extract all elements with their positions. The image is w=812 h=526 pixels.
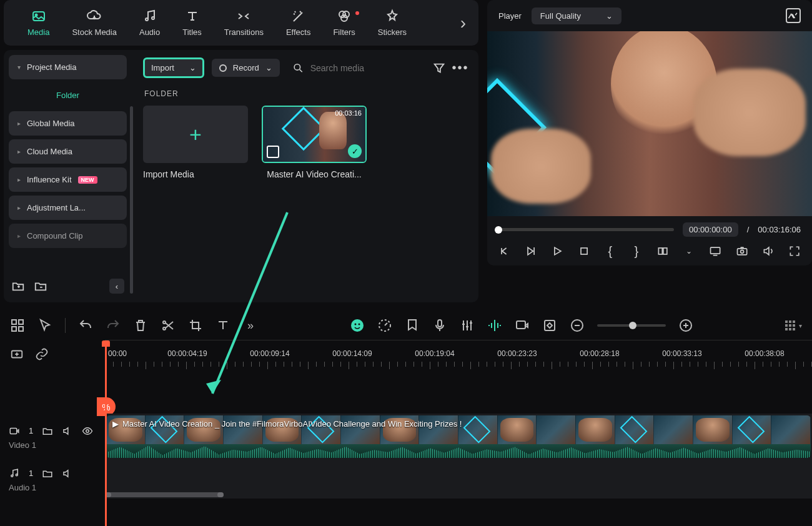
tab-stickers[interactable]: Stickers: [367, 9, 418, 37]
apps-icon[interactable]: [10, 318, 25, 333]
sidebar-item-global-media[interactable]: ▸ Global Media: [9, 111, 127, 136]
progress-slider[interactable]: [498, 228, 674, 231]
sidebar-item-compound-clip[interactable]: ▸ Compound Clip: [9, 224, 127, 248]
sidebar-scrollbar[interactable]: [130, 106, 133, 294]
play-icon[interactable]: [551, 244, 563, 258]
voiceover-icon[interactable]: [432, 318, 447, 333]
stop-icon[interactable]: [578, 244, 590, 258]
chevron-down-icon: ⌄: [189, 63, 196, 72]
tabs-overflow-button[interactable]: ›: [460, 13, 466, 33]
sidebar-item-project-media[interactable]: ▾ Project Media: [9, 55, 127, 79]
record-label: Record: [233, 63, 259, 72]
mark-out-icon[interactable]: }: [630, 244, 643, 258]
tab-transitions[interactable]: Transitions: [213, 9, 275, 37]
volume-icon[interactable]: [762, 244, 775, 258]
mute-icon[interactable]: [62, 425, 73, 437]
redo-icon[interactable]: [106, 318, 121, 333]
zoom-out-icon[interactable]: [570, 318, 585, 333]
crop-icon[interactable]: [188, 318, 203, 333]
svg-rect-19: [19, 327, 23, 331]
delete-folder-icon[interactable]: [34, 279, 47, 293]
auto-beat-icon[interactable]: [487, 318, 502, 333]
visibility-icon[interactable]: [82, 425, 93, 437]
video-preview[interactable]: [487, 31, 812, 216]
video-track-icon: [9, 425, 20, 437]
display-output-icon[interactable]: [709, 244, 721, 258]
more-tools-icon[interactable]: »: [243, 318, 258, 333]
link-icon[interactable]: [35, 347, 49, 361]
snapshot-overlay-icon[interactable]: [786, 8, 801, 23]
zoom-in-icon[interactable]: [678, 318, 693, 333]
mute-icon[interactable]: [62, 468, 73, 479]
tab-stock-media[interactable]: Stock Media: [61, 9, 128, 37]
undo-icon[interactable]: [78, 318, 93, 333]
track-num: 1: [29, 469, 33, 478]
playhead[interactable]: [105, 340, 107, 526]
zoom-slider[interactable]: [597, 324, 666, 327]
tile-label: Master AI Video Creati...: [262, 169, 367, 179]
tab-label: Stock Media: [72, 27, 117, 37]
filter-icon[interactable]: [432, 61, 446, 75]
svg-rect-28: [545, 320, 555, 330]
tab-label: Titles: [182, 27, 202, 37]
collapse-sidebar-button[interactable]: ‹: [109, 279, 124, 294]
speed-icon[interactable]: [377, 318, 392, 333]
fullscreen-icon[interactable]: [788, 244, 801, 258]
svg-point-22: [351, 319, 364, 332]
import-button[interactable]: Import ⌄: [143, 57, 204, 78]
timeline-ruler[interactable]: 00:00 00:00:04:19 00:00:09:14 00:00:14:0…: [105, 340, 812, 369]
tab-filters[interactable]: Filters: [322, 9, 366, 37]
display-mode-icon[interactable]: [656, 244, 669, 258]
track-label: Video 1: [9, 440, 105, 450]
import-media-tile[interactable]: + Import Media: [143, 106, 248, 179]
chevron-down-icon[interactable]: ⌄: [683, 244, 695, 258]
preview-graphic: [693, 69, 806, 156]
sidebar-item-folder[interactable]: Folder: [9, 83, 127, 107]
ruler-label: 00:00:28:18: [580, 349, 619, 358]
tab-media[interactable]: Media: [16, 9, 61, 37]
media-clip-tile[interactable]: 00:03:16 ✓ Master AI Video Creati...: [262, 106, 367, 179]
ruler-label: 00:00:04:19: [167, 349, 207, 358]
quality-select[interactable]: Full Quality ⌄: [532, 7, 621, 24]
step-back-icon[interactable]: [498, 244, 511, 258]
new-folder-icon[interactable]: [11, 279, 25, 293]
view-switch[interactable]: ▾: [785, 320, 802, 330]
camera-icon[interactable]: [736, 244, 748, 258]
lock-icon[interactable]: [42, 425, 53, 437]
tab-label: Transitions: [224, 27, 264, 37]
delete-icon[interactable]: [133, 318, 148, 333]
svg-point-2: [146, 18, 148, 21]
tab-audio[interactable]: Audio: [128, 9, 171, 37]
check-icon: ✓: [348, 144, 362, 158]
more-icon[interactable]: •••: [453, 61, 467, 75]
sidebar-item-adjustment-layer[interactable]: ▸ Adjustment La...: [9, 196, 127, 220]
lock-icon[interactable]: [42, 468, 53, 479]
sidebar-item-cloud-media[interactable]: ▸ Cloud Media: [9, 139, 127, 164]
cloud-download-icon: [87, 9, 102, 24]
video-clip[interactable]: ▶ Master AI Video Creation _ Join the #F…: [106, 415, 811, 458]
search-input[interactable]: [310, 63, 420, 73]
mark-in-icon[interactable]: {: [604, 244, 616, 258]
ai-assistant-icon[interactable]: [350, 318, 365, 333]
play-next-icon[interactable]: [525, 244, 537, 258]
tab-titles[interactable]: Titles: [171, 9, 213, 37]
selection-tool-icon[interactable]: [37, 318, 52, 333]
timeline-scrollbar[interactable]: [105, 492, 806, 497]
marker-icon[interactable]: [405, 318, 420, 333]
add-track-icon[interactable]: [10, 347, 24, 361]
record-button[interactable]: Record ⌄: [212, 59, 280, 77]
sidebar-item-label: Cloud Media: [27, 147, 72, 156]
svg-rect-16: [12, 320, 16, 324]
split-icon[interactable]: [161, 318, 176, 333]
sidebar-item-influence-kit[interactable]: ▸ Influence Kit NEW: [9, 167, 127, 192]
svg-rect-32: [10, 428, 17, 434]
text-tool-icon[interactable]: [215, 318, 230, 333]
audio-mixer-icon[interactable]: [460, 318, 475, 333]
keyframe-icon[interactable]: [542, 318, 557, 333]
video-lane[interactable]: ▶ Master AI Video Creation _ Join the #F…: [105, 414, 812, 461]
record-screen-icon[interactable]: [515, 318, 530, 333]
sidebar-item-label: Global Media: [27, 119, 75, 128]
timecode-current: 00:00:00:00: [683, 222, 738, 237]
tab-effects[interactable]: Effects: [275, 9, 322, 37]
tab-label: Filters: [333, 27, 355, 37]
